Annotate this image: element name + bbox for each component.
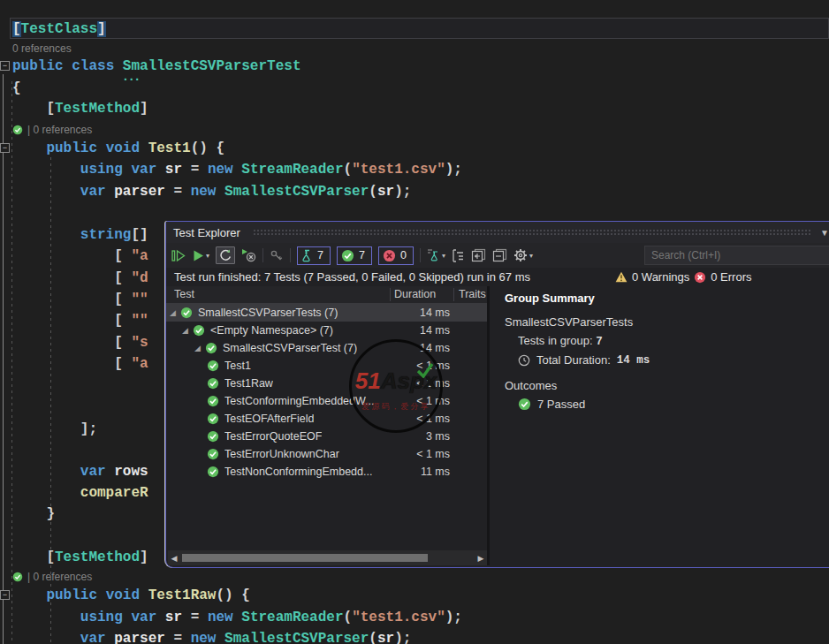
expand-all-icon bbox=[471, 248, 486, 262]
test-explorer-titlebar[interactable]: Test Explorer ▼ bbox=[166, 222, 829, 243]
passed-check-icon bbox=[518, 398, 531, 411]
test-duration: 11 ms bbox=[387, 466, 450, 478]
test-name: SmallestCSVParserTest (7) bbox=[223, 342, 357, 354]
code-line: [TestClass] bbox=[12, 19, 106, 39]
column-traits[interactable]: Traits bbox=[459, 288, 486, 300]
code-line: string[] bbox=[12, 225, 148, 245]
settings-chevron-icon[interactable]: ▾ bbox=[529, 252, 533, 260]
code-line: [ "" bbox=[12, 290, 148, 309]
current-line-highlight bbox=[10, 18, 829, 39]
playlist-button[interactable] bbox=[270, 248, 284, 262]
column-separator[interactable] bbox=[453, 288, 454, 301]
scrollbar-thumb[interactable] bbox=[182, 554, 428, 562]
drag-handle-dots[interactable] bbox=[253, 229, 811, 237]
passed-check-icon bbox=[207, 466, 219, 478]
repeat-last-run-button[interactable] bbox=[216, 246, 235, 264]
vs-window: − − − ··· [TestClass]0 referencespublic … bbox=[0, 0, 829, 644]
code-line: [ "a bbox=[12, 354, 148, 374]
test-name: TestConformingEmbeddedW... bbox=[224, 395, 375, 407]
total-tests-badge[interactable]: 7 bbox=[297, 246, 331, 265]
run-icon bbox=[193, 249, 204, 262]
test-tree-row[interactable]: TestNonConformingEmbedd...11 ms bbox=[166, 463, 487, 481]
errors-count[interactable]: 0 Errors bbox=[711, 270, 751, 284]
test-name: TestNonConformingEmbedd... bbox=[224, 466, 372, 478]
test-duration: 14 ms bbox=[387, 307, 450, 319]
group-by-button[interactable]: ▾ bbox=[427, 248, 445, 262]
group-summary-title: Group Summary bbox=[505, 292, 829, 305]
flask-icon bbox=[301, 249, 313, 262]
codelens-line[interactable]: | 0 references bbox=[12, 571, 92, 583]
run-dropdown-chevron-icon[interactable]: ▾ bbox=[206, 252, 209, 260]
test-tree-row[interactable]: Test1< 1 ms bbox=[166, 357, 487, 375]
horizontal-scrollbar[interactable]: ◀ ▶ bbox=[168, 550, 487, 565]
total-duration: Total Duration: 14 ms bbox=[505, 353, 829, 367]
codelens-line[interactable]: | 0 references bbox=[12, 124, 92, 136]
codelens-line[interactable]: 0 references bbox=[12, 42, 72, 55]
toolbar-separator bbox=[290, 248, 291, 262]
scroll-left-arrow-icon[interactable]: ◀ bbox=[168, 554, 180, 563]
cancel-icon bbox=[241, 248, 256, 262]
cancel-run-button[interactable] bbox=[241, 248, 256, 262]
run-all-tests-button[interactable] bbox=[171, 249, 186, 262]
test-tree-row[interactable]: ◢SmallestCSVParserTests (7)14 ms bbox=[166, 304, 487, 322]
group-by-chevron-icon[interactable]: ▾ bbox=[442, 252, 445, 260]
failed-tests-badge[interactable]: 0 bbox=[378, 246, 414, 265]
test-tree-row[interactable]: TestErrorUnknownChar< 1 ms bbox=[166, 445, 487, 463]
passed-check-icon bbox=[193, 324, 205, 337]
test-explorer-toolbar: ▾ 7 7 0 bbox=[166, 243, 829, 268]
outline-collapse-marker[interactable]: − bbox=[0, 61, 10, 71]
column-separator[interactable] bbox=[390, 288, 391, 301]
test-tree-row[interactable]: TestConformingEmbeddedW...< 1 ms bbox=[166, 392, 487, 410]
search-input[interactable] bbox=[644, 246, 829, 265]
outline-guide-line bbox=[3, 74, 4, 644]
test-run-status-bar: Test run finished: 7 Tests (7 Passed, 0 … bbox=[166, 268, 829, 286]
outline-collapse-marker[interactable]: − bbox=[0, 590, 10, 600]
test-tree: ◢SmallestCSVParserTests (7)14 ms◢<Empty … bbox=[166, 304, 487, 481]
window-menu-chevron-icon[interactable]: ▼ bbox=[820, 228, 829, 238]
test-duration: < 1 ms bbox=[387, 360, 450, 372]
code-line: [TestMethod] bbox=[12, 99, 148, 118]
code-line: [ "a bbox=[12, 246, 148, 266]
tree-column-headers: Test Duration Traits bbox=[166, 286, 487, 304]
passed-check-icon bbox=[341, 249, 354, 262]
code-line: } bbox=[12, 504, 55, 524]
test-tree-row[interactable]: ◢SmallestCSVParserTest (7)14 ms bbox=[166, 339, 487, 357]
code-line: public void Test1Raw() { bbox=[12, 586, 250, 605]
panel-splitter[interactable] bbox=[487, 286, 490, 565]
expand-all-button[interactable] bbox=[471, 248, 486, 262]
tree-expander-icon[interactable]: ◢ bbox=[170, 308, 180, 317]
settings-button[interactable]: ▾ bbox=[513, 248, 533, 262]
collapse-all-button[interactable] bbox=[492, 248, 507, 262]
tests-in-group: Tests in group: 7 bbox=[505, 334, 829, 348]
gear-icon bbox=[513, 248, 528, 262]
group-summary-panel: Group Summary SmallestCSVParserTests Tes… bbox=[492, 286, 829, 565]
outcomes-heading: Outcomes bbox=[505, 379, 829, 392]
outline-collapse-marker[interactable]: − bbox=[0, 143, 10, 153]
test-tree-row[interactable]: TestEOFAfterField< 1 ms bbox=[166, 410, 487, 428]
passed-tests-badge[interactable]: 7 bbox=[337, 246, 372, 265]
column-test[interactable]: Test bbox=[174, 288, 194, 300]
passed-check-icon bbox=[207, 413, 219, 425]
column-duration[interactable]: Duration bbox=[394, 288, 436, 300]
test-name: <Empty Namespace> (7) bbox=[210, 324, 333, 337]
run-button[interactable]: ▾ bbox=[193, 249, 209, 262]
outcome-passed[interactable]: 7 Passed bbox=[505, 398, 829, 411]
test-run-status-text: Test run finished: 7 Tests (7 Passed, 0 … bbox=[174, 270, 530, 284]
test-duration: < 1 ms bbox=[387, 395, 450, 407]
test-name: TestErrorQuoteEOF bbox=[224, 430, 322, 443]
hierarchy-view-button[interactable] bbox=[452, 249, 465, 262]
code-line: public void Test1() { bbox=[12, 139, 224, 158]
collapse-all-icon bbox=[492, 248, 507, 262]
scroll-right-arrow-icon[interactable]: ▶ bbox=[475, 554, 487, 563]
test-tree-row[interactable]: Test1Raw< 1 ms bbox=[166, 375, 487, 392]
test-duration: 3 ms bbox=[387, 430, 450, 443]
code-line: ]; bbox=[12, 420, 97, 439]
test-tree-row[interactable]: ◢<Empty Namespace> (7)14 ms bbox=[166, 322, 487, 339]
tree-expander-icon[interactable]: ◢ bbox=[194, 344, 205, 352]
warnings-count[interactable]: 0 Warnings bbox=[632, 270, 689, 284]
test-tree-row[interactable]: TestErrorQuoteEOF3 ms bbox=[166, 428, 487, 445]
tree-expander-icon[interactable]: ◢ bbox=[182, 326, 193, 335]
clock-icon bbox=[518, 354, 530, 367]
passed-check-icon bbox=[207, 430, 219, 443]
test-explorer-panel: Test Explorer ▼ ▾ bbox=[165, 221, 829, 568]
